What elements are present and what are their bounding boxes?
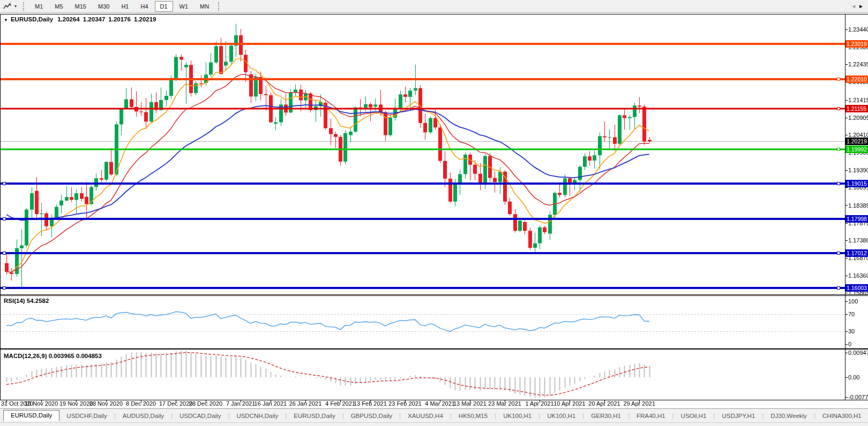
chart-tab-eurusd-daily[interactable]: EURUSD,Daily [287, 412, 342, 420]
chart-tab-usdcad-daily[interactable]: USDCAD,Daily [173, 412, 228, 420]
timeframe-button-d1[interactable]: D1 [155, 1, 173, 12]
chart-tab-usdjpy-h1[interactable]: USDJPY,H1 [715, 412, 762, 420]
chart-tab-china300-h1[interactable]: CHINA300,H1 [815, 412, 868, 420]
toolbar-drag-handle[interactable] [23, 2, 26, 11]
chart-tab-dj30-weekly[interactable]: DJ30,Weekly [764, 412, 814, 420]
chart-tab-usdchf-daily[interactable]: USDCHF,Daily [59, 412, 114, 420]
chart-canvas[interactable] [0, 14, 868, 407]
chart-tab-xauusd-h4[interactable]: XAUUSD,H4 [401, 412, 450, 420]
chart-tab-fra40-h1[interactable]: FRA40,H1 [630, 412, 672, 420]
chart-tab-uk100-h1[interactable]: UK100,H1 [540, 412, 582, 420]
timeframe-button-w1[interactable]: W1 [174, 1, 194, 12]
chevron-down-icon[interactable]: ▾ [14, 4, 17, 9]
timeframe-button-m15[interactable]: M15 [70, 1, 92, 12]
timeframe-button-h1[interactable]: H1 [116, 1, 134, 12]
chart-tab-usdcnh-daily[interactable]: USDCNH,Daily [229, 412, 285, 420]
toolbar-drag-handle-end[interactable] [218, 2, 221, 11]
timeframe-button-h4[interactable]: H4 [135, 1, 153, 12]
tab-scroll-arrows: ◄► [851, 3, 866, 9]
terminal-window: ▾ M1M5M15M30H1H4D1W1MN ▼EURUSD,Daily1.20… [0, 0, 868, 426]
timeframe-button-m30[interactable]: M30 [93, 1, 115, 12]
chart-tab-usoil-h1[interactable]: USOil,H1 [674, 412, 714, 420]
chart-tab-audusd-daily[interactable]: AUDUSD,Daily [116, 412, 171, 420]
chart-tab-gbpusd-daily[interactable]: GBPUSD,Daily [344, 412, 399, 420]
chart-tab-eurusd-daily[interactable]: EURUSD,Daily [3, 410, 59, 421]
tab-scroll-right-icon[interactable]: ► [858, 3, 866, 9]
chart-tab-ger30-h1[interactable]: GER30,H1 [584, 412, 628, 420]
chart-tab-bar: EURUSD,DailyUSDCHF,Daily|AUDUSD,Daily|US… [0, 408, 868, 422]
chart-tab-hk50-m15[interactable]: HK50,M15 [452, 412, 495, 420]
status-strip [0, 422, 868, 426]
line-studies-icon[interactable] [3, 2, 13, 11]
timeframe-button-mn[interactable]: MN [194, 1, 214, 12]
timeframe-toolbar: ▾ M1M5M15M30H1H4D1W1MN [0, 0, 868, 13]
chart-tab-uk100-h1[interactable]: UK100,H1 [496, 412, 538, 420]
timeframe-button-m5[interactable]: M5 [49, 1, 68, 12]
line-studies-group[interactable]: ▾ [0, 0, 20, 12]
timeframe-button-m1[interactable]: M1 [29, 1, 48, 12]
tab-scroll-left-icon[interactable]: ◄ [851, 3, 858, 9]
timeframe-buttons: M1M5M15M30H1H4D1W1MN [29, 1, 215, 12]
